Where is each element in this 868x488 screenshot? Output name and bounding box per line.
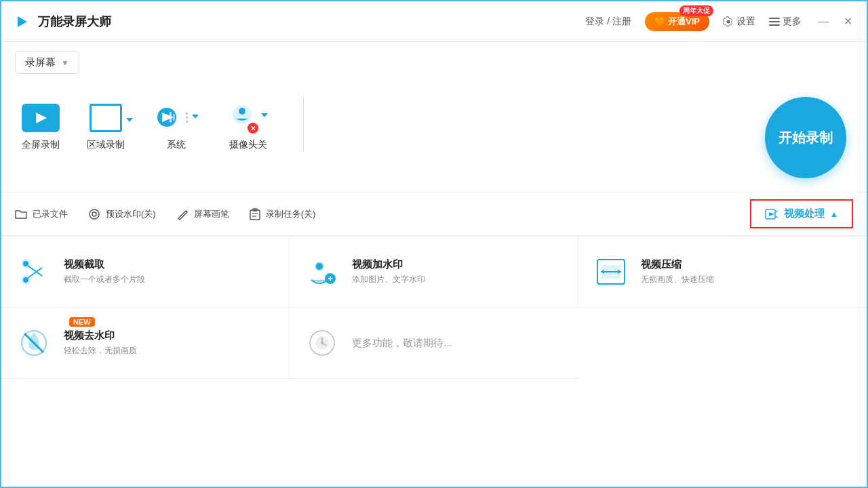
titlebar-right: 登录 / 注册 🧡 开通VIP 周年大促 设置 更多 — ✕ xyxy=(585,12,856,31)
recording-options: 全屏录制 区域录制 xyxy=(22,97,745,151)
more-feature-icon xyxy=(303,324,341,362)
feature-clip[interactable]: 视频截取 截取一个或者多个片段 xyxy=(1,237,290,308)
camera-icon-wrap: ✕ xyxy=(227,100,269,132)
chevron-up-icon: ▲ xyxy=(830,209,838,219)
svg-point-33 xyxy=(316,263,323,270)
svg-rect-3 xyxy=(769,21,780,22)
audio-icon-wrap xyxy=(152,102,200,132)
screen-dropdown-label: 录屏幕 xyxy=(25,56,56,69)
remove-watermark-icon xyxy=(15,324,53,362)
video-process-label: 视频处理 xyxy=(784,207,825,220)
settings-button[interactable]: 设置 xyxy=(723,16,755,28)
bottom-bar: 已录文件 预设水印(关) 屏幕画笔 录制任务(关) xyxy=(1,192,867,236)
svg-rect-2 xyxy=(769,18,780,19)
brush-icon xyxy=(176,208,189,220)
watermark-icon xyxy=(88,208,100,220)
chevron-down-icon: ▼ xyxy=(61,58,69,68)
close-button[interactable]: ✕ xyxy=(840,14,856,30)
minimize-button[interactable]: — xyxy=(815,14,831,30)
audio-dropdown-arrow xyxy=(192,111,200,123)
camera-dropdown-arrow xyxy=(261,110,269,122)
feature-watermark[interactable]: 视频加水印 添加图片、文字水印 xyxy=(290,237,578,308)
clip-text: 视频截取 截取一个或者多个片段 xyxy=(64,258,145,285)
audio-item[interactable]: 系统 xyxy=(152,102,200,151)
region-label: 区域录制 xyxy=(87,139,125,151)
compress-icon xyxy=(592,253,630,291)
vip-button[interactable]: 🧡 开通VIP 周年大促 xyxy=(645,12,709,31)
clip-icon xyxy=(15,253,53,291)
compress-desc: 无损画质、快速压缩 xyxy=(641,274,714,285)
watermark-button[interactable]: 预设水印(关) xyxy=(88,208,156,220)
vertical-divider xyxy=(303,97,304,151)
svg-marker-6 xyxy=(126,118,133,122)
remove-watermark-title: 视频去水印 xyxy=(64,329,137,342)
clipboard-icon xyxy=(250,208,260,220)
menu-icon xyxy=(769,18,780,26)
titlebar: 万能录屏大师 登录 / 注册 🧡 开通VIP 周年大促 设置 更多 — xyxy=(1,1,867,42)
more-label: 更多 xyxy=(783,16,802,28)
fullscreen-record-item[interactable]: 全屏录制 xyxy=(22,104,60,151)
login-button[interactable]: 登录 / 注册 xyxy=(585,16,631,28)
audio-icon xyxy=(152,102,182,132)
video-process-icon xyxy=(765,209,778,220)
svg-rect-18 xyxy=(250,210,260,220)
region-record-item[interactable]: 区域录制 xyxy=(87,104,125,151)
camera-item[interactable]: ✕ 摄像头关 xyxy=(227,100,269,151)
vip-badge: 周年大促 xyxy=(679,5,713,16)
svg-marker-5 xyxy=(36,113,47,123)
video-process-button[interactable]: 视频处理 ▲ xyxy=(750,199,853,228)
svg-point-27 xyxy=(23,261,28,266)
camera-icon: ✕ xyxy=(227,100,257,132)
task-button[interactable]: 录制任务(关) xyxy=(250,208,316,220)
svg-point-13 xyxy=(239,108,245,115)
recorded-files-label: 已录文件 xyxy=(33,208,68,220)
svg-line-24 xyxy=(776,211,778,212)
compress-text: 视频压缩 无损画质、快速压缩 xyxy=(641,258,714,285)
more-button[interactable]: 更多 xyxy=(769,16,802,28)
main-content: 全屏录制 区域录制 xyxy=(1,83,867,192)
svg-line-25 xyxy=(776,216,778,218)
compress-title: 视频压缩 xyxy=(641,258,714,271)
toolbar-row: 录屏幕 ▼ xyxy=(1,42,867,83)
feature-remove-watermark[interactable]: 视频去水印 轻松去除，无损画质 NEW xyxy=(1,308,290,379)
fullscreen-icon xyxy=(22,104,60,132)
region-icon-wrap xyxy=(90,104,122,132)
start-record-button[interactable]: 开始录制 xyxy=(765,97,846,178)
add-watermark-icon xyxy=(303,253,341,291)
svg-point-15 xyxy=(90,209,99,219)
new-badge: NEW xyxy=(69,317,95,327)
svg-line-30 xyxy=(28,266,42,276)
remove-watermark-desc: 轻松去除，无损画质 xyxy=(64,345,137,357)
svg-marker-14 xyxy=(261,113,268,117)
titlebar-left: 万能录屏大师 xyxy=(12,12,111,31)
fullscreen-label: 全屏录制 xyxy=(22,139,60,151)
recorded-files-button[interactable]: 已录文件 xyxy=(15,208,68,220)
audio-label: 系统 xyxy=(167,139,186,151)
camera-label: 摄像头关 xyxy=(229,139,267,151)
screen-dropdown[interactable]: 录屏幕 ▼ xyxy=(15,52,79,74)
svg-line-31 xyxy=(28,268,42,278)
svg-point-29 xyxy=(23,277,28,283)
clip-title: 视频截取 xyxy=(64,258,145,271)
task-label: 录制任务(关) xyxy=(266,208,316,220)
feature-more: 更多功能，敬请期待... xyxy=(290,308,578,379)
more-feature-text: 更多功能，敬请期待... xyxy=(352,337,452,350)
svg-point-1 xyxy=(727,20,730,23)
svg-line-17 xyxy=(186,211,187,212)
window-controls: — ✕ xyxy=(815,14,856,30)
region-dropdown-arrow xyxy=(126,115,134,127)
feature-grid: 视频截取 截取一个或者多个片段 视频加水印 添加图片、文字水印 xyxy=(1,236,867,379)
region-icon xyxy=(90,104,122,132)
app-logo-icon xyxy=(12,12,31,31)
feature-compress[interactable]: 视频压缩 无损画质、快速压缩 xyxy=(578,237,867,308)
watermark-text: 视频加水印 添加图片、文字水印 xyxy=(352,258,425,285)
heart-icon: 🧡 xyxy=(654,16,665,26)
audio-option-dots xyxy=(186,113,188,123)
brush-button[interactable]: 屏幕画笔 xyxy=(176,208,229,220)
svg-rect-10 xyxy=(173,114,175,121)
svg-point-48 xyxy=(321,342,323,344)
gear-icon xyxy=(723,16,734,27)
svg-point-16 xyxy=(92,212,96,216)
folder-icon xyxy=(15,209,27,220)
remove-watermark-text: 视频去水印 轻松去除，无损画质 xyxy=(64,329,137,357)
